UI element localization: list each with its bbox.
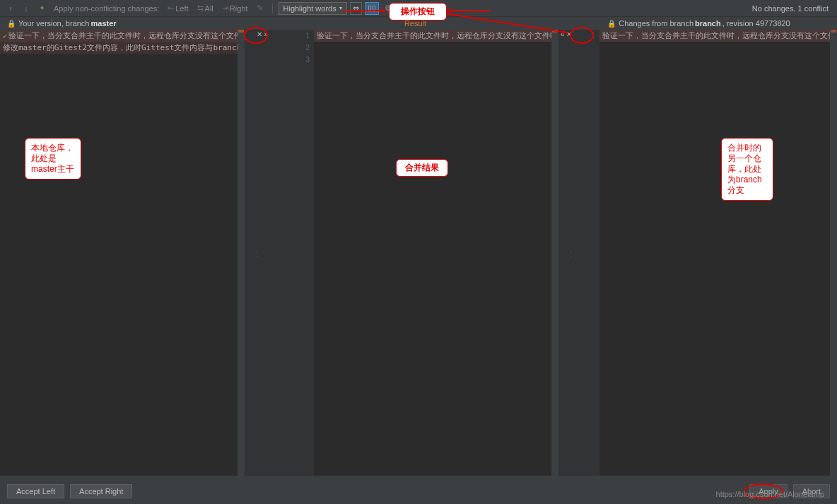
left-title-prefix: Your version, branch (18, 19, 90, 28)
apply-all-button[interactable]: ⇆ All (194, 4, 216, 13)
annotation-top: 操作按钮 (389, 3, 447, 20)
merge-panes: ✔验证一下，当分支合并主干的此文件时，远程仓库分支没有这个文件时，能否提 修改m… (0, 30, 837, 476)
highlight-dropdown[interactable]: Highlight words (279, 2, 347, 15)
watermark: https://blog.csdn.net/Alonelamp (716, 490, 824, 498)
magic-icon[interactable]: ✦ (35, 2, 48, 15)
code-line: 修改master的Gitest2文件内容，此时Gittest文件内容与branc… (0, 42, 245, 54)
left-merge-gutter: ✕ » ⋮ (245, 30, 270, 476)
circle-icon (570, 27, 594, 44)
code-line: ✔验证一下，当分支合并主干的此文件时，远程仓库分支没有这个文件时，能否提 (0, 30, 245, 42)
lock-icon: 🔒 (607, 20, 616, 28)
splitter-handle[interactable]: ⋮ (254, 249, 261, 257)
next-diff-icon[interactable]: ↓ (20, 2, 33, 15)
right-branch-name: branch (695, 19, 721, 28)
accept-left-all-button[interactable]: Accept Left (7, 484, 64, 498)
line-number: 3 (270, 54, 314, 66)
scroll-indicator[interactable] (551, 30, 558, 476)
apply-left-button[interactable]: ⇤ Left (165, 4, 191, 13)
collapse-button[interactable]: ⇔ (350, 2, 362, 15)
apply-right-button[interactable]: ⇥ Right (219, 4, 251, 13)
mid-line-gutter: 1 2 3 (270, 30, 314, 476)
right-title-prefix: Changes from branch (619, 19, 693, 28)
apply-label: Apply non-conflicting changes: (51, 4, 162, 13)
bottom-bar: Accept Left Accept Right Apply Abort (0, 479, 837, 504)
left-pane[interactable]: ✔验证一下，当分支合并主干的此文件时，远程仓库分支没有这个文件时，能否提 修改m… (0, 30, 245, 476)
splitter-handle[interactable]: ⋮ (568, 249, 575, 257)
sync-scroll-button[interactable]: ▯▯ (365, 2, 379, 15)
code-line: 验证一下，当分支合并主干的此文件时，远程仓库分支没有这个文件时，能否提交✔ (314, 30, 558, 42)
arrow-icon (447, 10, 491, 11)
line-number: 2 (270, 42, 314, 54)
line-number: 1 (270, 30, 314, 42)
circle-icon (244, 27, 268, 44)
annotation-left: 本地仓库，此处是master主干 (25, 138, 81, 180)
right-merge-gutter: « ✕ ⋮ (558, 30, 584, 476)
right-revision: , revision 49773820 (722, 19, 790, 28)
right-line-gutter: 1 (584, 30, 599, 476)
annotation-mid: 合并结果 (396, 159, 448, 177)
scroll-indicator[interactable] (238, 30, 245, 476)
code-line: 验证一下，当分支合并主干的此文件时，远程仓库分支没有这个文件时，能否提 (599, 30, 837, 42)
prev-diff-icon[interactable]: ↑ (4, 2, 17, 15)
accept-right-all-button[interactable]: Accept Right (70, 484, 132, 498)
left-pane-title: 🔒 Your version, branch master (0, 19, 270, 28)
result-pane[interactable]: 验证一下，当分支合并主干的此文件时，远程仓库分支没有这个文件时，能否提交✔ (314, 30, 558, 476)
lock-icon: 🔒 (7, 20, 16, 28)
edit-icon[interactable]: ✎ (254, 2, 267, 15)
arrow-icon (343, 10, 387, 11)
right-pane-title: 🔒 Changes from branch branch , revision … (554, 19, 837, 28)
conflict-status: No changes. 1 conflict (752, 4, 833, 13)
scroll-indicator[interactable] (830, 30, 837, 476)
annotation-right: 合并时的另一个仓库，此处为branch分支 (721, 138, 773, 201)
left-branch-name: master (91, 19, 117, 28)
toolbar-separator (272, 4, 273, 13)
check-icon: ✔ (3, 32, 7, 40)
right-pane[interactable]: 验证一下，当分支合并主干的此文件时，远程仓库分支没有这个文件时，能否提 (599, 30, 837, 476)
